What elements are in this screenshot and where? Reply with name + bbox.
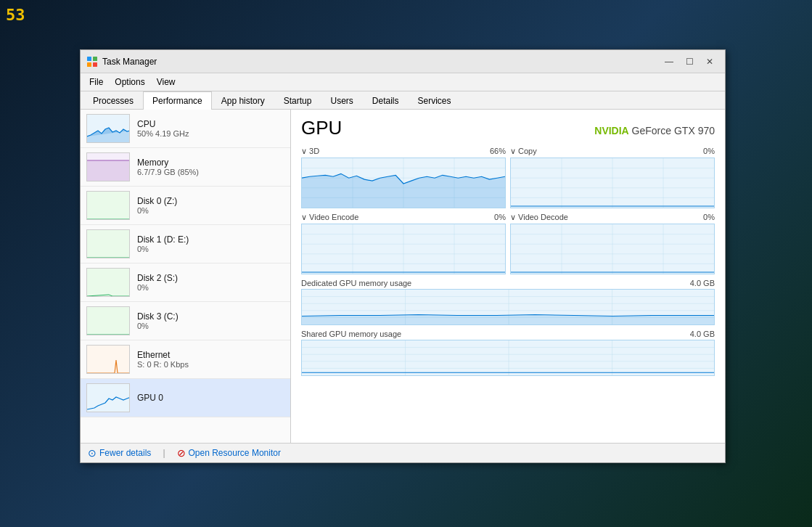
tabs-bar: Processes Performance App history Startu…	[81, 91, 725, 110]
resource-monitor-label: Open Resource Monitor	[189, 448, 281, 458]
chart-label-copy: ∨ Copy 0%	[510, 147, 715, 156]
bottom-separator: |	[163, 448, 165, 458]
svg-rect-12	[87, 346, 130, 374]
open-resource-monitor-button[interactable]: ⊘ Open Resource Monitor	[177, 447, 281, 459]
sidebar: CPU 50% 4.19 GHz Memory	[81, 110, 291, 443]
window-title: Task Manager	[102, 57, 157, 67]
maximize-button[interactable]: ☐	[680, 54, 699, 69]
chart-label-3d: ∨ 3D 66%	[301, 147, 506, 156]
shared-memory-label-row: Shared GPU memory usage 4.0 GB	[301, 330, 715, 338]
tab-users[interactable]: Users	[321, 91, 362, 110]
sidebar-item-disk3[interactable]: Disk 3 (C:) 0%	[81, 302, 290, 340]
svg-rect-9	[87, 230, 130, 258]
tab-processes[interactable]: Processes	[83, 91, 143, 110]
chart-box-video-decode	[510, 224, 715, 274]
sidebar-item-disk2[interactable]: Disk 2 (S:) 0%	[81, 264, 290, 302]
detail-panel: GPU NVIDIA GeForce GTX 970 ∨ 3D 66%	[291, 110, 725, 443]
chart-label-video-decode: ∨ Video Decode 0%	[510, 213, 715, 222]
tab-startup[interactable]: Startup	[274, 91, 321, 110]
memory-mini-chart	[86, 152, 130, 181]
chart-video-encode-percent: 0%	[494, 213, 506, 222]
chart-section-video-encode: ∨ Video Encode 0%	[301, 213, 506, 274]
disk1-name: Disk 1 (D: E:)	[137, 234, 189, 245]
shared-memory-value: 4.0 GB	[690, 330, 715, 338]
shared-memory-section: Shared GPU memory usage 4.0 GB	[301, 330, 715, 376]
gpu-title: GPU	[301, 117, 342, 139]
disk2-name: Disk 2 (S:)	[137, 273, 178, 283]
sidebar-item-cpu[interactable]: CPU 50% 4.19 GHz	[81, 110, 290, 148]
svg-rect-1	[93, 57, 97, 61]
sidebar-item-gpu0[interactable]: GPU 0	[81, 379, 290, 417]
sidebar-item-disk0[interactable]: Disk 0 (Z:) 0%	[81, 187, 290, 225]
memory-name: Memory	[137, 158, 199, 168]
disk0-mini-chart	[86, 191, 130, 220]
cpu-detail: 50% 4.19 GHz	[137, 129, 189, 138]
ethernet-info: Ethernet S: 0 R: 0 Kbps	[137, 350, 189, 369]
fewer-details-button[interactable]: ⊙ Fewer details	[88, 447, 151, 459]
tab-app-history[interactable]: App history	[212, 91, 274, 110]
memory-detail: 6.7/7.9 GB (85%)	[137, 168, 199, 176]
disk2-detail: 0%	[137, 283, 178, 292]
disk3-info: Disk 3 (C:) 0%	[137, 311, 179, 330]
sidebar-item-ethernet[interactable]: Ethernet S: 0 R: 0 Kbps	[81, 340, 290, 379]
tab-performance[interactable]: Performance	[143, 91, 212, 110]
ethernet-name: Ethernet	[137, 350, 189, 360]
disk0-detail: 0%	[137, 206, 177, 215]
gpu0-mini-chart	[86, 383, 130, 412]
chart-3d-expand: ∨ 3D	[301, 147, 319, 156]
svg-rect-10	[87, 269, 130, 297]
menu-options[interactable]: Options	[109, 75, 150, 89]
ethernet-detail: S: 0 R: 0 Kbps	[137, 360, 189, 369]
chart-3d-percent: 66%	[490, 147, 506, 156]
bottom-bar: ⊙ Fewer details | ⊘ Open Resource Monito…	[81, 443, 725, 462]
cpu-name: CPU	[137, 119, 189, 129]
task-manager-icon	[86, 56, 98, 68]
minimize-button[interactable]: —	[660, 54, 678, 69]
svg-rect-8	[87, 192, 130, 220]
dedicated-memory-chart	[301, 289, 715, 325]
svg-rect-0	[87, 57, 91, 61]
chart-box-3d	[301, 158, 506, 208]
gpu-model: GeForce GTX 970	[629, 125, 715, 136]
disk1-mini-chart	[86, 229, 130, 258]
gpu-brand: NVIDIA	[594, 125, 628, 136]
disk3-detail: 0%	[137, 322, 179, 330]
gpu-charts-grid: ∨ 3D 66%	[301, 147, 715, 274]
chart-section-copy: ∨ Copy 0%	[510, 147, 715, 208]
menu-view[interactable]: View	[151, 75, 181, 89]
shared-memory-chart	[301, 340, 715, 376]
svg-marker-7	[87, 160, 130, 181]
fps-counter: 53	[6, 6, 25, 24]
chart-video-decode-expand: ∨ Video Decode	[510, 213, 568, 222]
dedicated-memory-label: Dedicated GPU memory usage	[301, 279, 411, 287]
sidebar-item-memory[interactable]: Memory 6.7/7.9 GB (85%)	[81, 148, 290, 187]
tab-details[interactable]: Details	[363, 91, 409, 110]
menu-file[interactable]: File	[83, 75, 109, 89]
chart-label-video-encode: ∨ Video Encode 0%	[301, 213, 506, 222]
disk0-name: Disk 0 (Z:)	[137, 196, 177, 206]
menu-bar: File Options View	[81, 73, 725, 91]
chart-box-copy	[510, 158, 715, 208]
dedicated-memory-label-row: Dedicated GPU memory usage 4.0 GB	[301, 279, 715, 287]
shared-memory-label: Shared GPU memory usage	[301, 330, 401, 338]
memory-info: Memory 6.7/7.9 GB (85%)	[137, 158, 199, 176]
close-button[interactable]: ✕	[700, 54, 719, 69]
tab-services[interactable]: Services	[409, 91, 461, 110]
disk1-info: Disk 1 (D: E:) 0%	[137, 234, 189, 253]
gpu0-name: GPU 0	[137, 393, 163, 403]
title-bar-left: Task Manager	[86, 56, 157, 68]
gpu-name: NVIDIA GeForce GTX 970	[594, 125, 715, 136]
chart-video-encode-expand: ∨ Video Encode	[301, 213, 358, 222]
disk1-detail: 0%	[137, 245, 189, 253]
chart-copy-expand: ∨ Copy	[510, 147, 537, 156]
title-controls: — ☐ ✕	[660, 54, 719, 69]
disk3-mini-chart	[86, 306, 130, 335]
chart-box-video-encode	[301, 224, 506, 274]
disk3-name: Disk 3 (C:)	[137, 311, 179, 322]
disk2-mini-chart	[86, 268, 130, 297]
cpu-info: CPU 50% 4.19 GHz	[137, 119, 189, 138]
fewer-details-icon: ⊙	[88, 447, 97, 459]
title-bar: Task Manager — ☐ ✕	[81, 50, 725, 73]
sidebar-item-disk1[interactable]: Disk 1 (D: E:) 0%	[81, 225, 290, 264]
ethernet-mini-chart	[86, 345, 130, 374]
